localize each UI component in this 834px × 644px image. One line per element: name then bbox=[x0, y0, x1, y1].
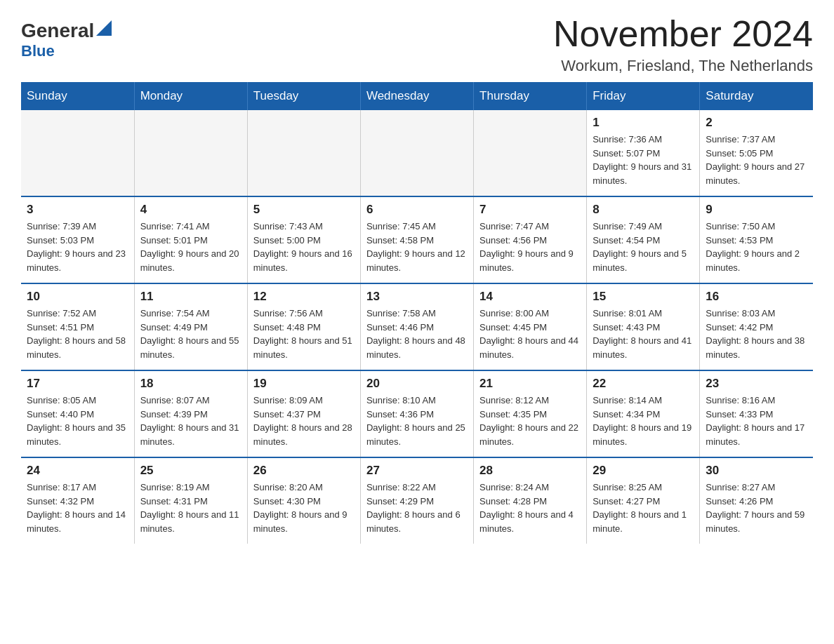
day-info: Sunrise: 8:16 AM Sunset: 4:33 PM Dayligh… bbox=[706, 394, 807, 448]
table-row: 10Sunrise: 7:52 AM Sunset: 4:51 PM Dayli… bbox=[21, 283, 134, 370]
day-number: 23 bbox=[706, 377, 807, 391]
day-number: 1 bbox=[593, 116, 694, 130]
day-info: Sunrise: 7:56 AM Sunset: 4:48 PM Dayligh… bbox=[253, 307, 355, 361]
table-row bbox=[134, 110, 247, 196]
table-row: 8Sunrise: 7:49 AM Sunset: 4:54 PM Daylig… bbox=[587, 196, 700, 283]
day-info: Sunrise: 7:49 AM Sunset: 4:54 PM Dayligh… bbox=[593, 220, 694, 274]
table-row: 27Sunrise: 8:22 AM Sunset: 4:29 PM Dayli… bbox=[360, 457, 473, 544]
table-row: 7Sunrise: 7:47 AM Sunset: 4:56 PM Daylig… bbox=[474, 196, 587, 283]
day-info: Sunrise: 7:58 AM Sunset: 4:46 PM Dayligh… bbox=[366, 307, 468, 361]
day-info: Sunrise: 7:41 AM Sunset: 5:01 PM Dayligh… bbox=[140, 220, 241, 274]
table-row bbox=[21, 110, 134, 196]
calendar-week-row: 1Sunrise: 7:36 AM Sunset: 5:07 PM Daylig… bbox=[21, 110, 813, 196]
table-row: 11Sunrise: 7:54 AM Sunset: 4:49 PM Dayli… bbox=[134, 283, 247, 370]
table-row: 15Sunrise: 8:01 AM Sunset: 4:43 PM Dayli… bbox=[587, 283, 700, 370]
day-number: 8 bbox=[593, 203, 694, 217]
day-number: 14 bbox=[479, 290, 581, 304]
day-info: Sunrise: 7:43 AM Sunset: 5:00 PM Dayligh… bbox=[253, 220, 355, 274]
day-number: 7 bbox=[479, 203, 581, 217]
calendar-week-row: 3Sunrise: 7:39 AM Sunset: 5:03 PM Daylig… bbox=[21, 196, 813, 283]
title-area: November 2024 Workum, Friesland, The Net… bbox=[553, 14, 813, 75]
table-row: 1Sunrise: 7:36 AM Sunset: 5:07 PM Daylig… bbox=[587, 110, 700, 196]
day-info: Sunrise: 8:03 AM Sunset: 4:42 PM Dayligh… bbox=[706, 307, 807, 361]
svg-marker-0 bbox=[96, 20, 112, 36]
day-number: 4 bbox=[140, 203, 241, 217]
table-row: 13Sunrise: 7:58 AM Sunset: 4:46 PM Dayli… bbox=[360, 283, 473, 370]
day-number: 26 bbox=[253, 464, 355, 478]
day-number: 9 bbox=[706, 203, 807, 217]
calendar-title: November 2024 bbox=[553, 14, 813, 54]
col-tuesday: Tuesday bbox=[247, 82, 360, 110]
day-info: Sunrise: 7:36 AM Sunset: 5:07 PM Dayligh… bbox=[593, 133, 694, 187]
day-info: Sunrise: 8:10 AM Sunset: 4:36 PM Dayligh… bbox=[366, 394, 468, 448]
day-info: Sunrise: 8:14 AM Sunset: 4:34 PM Dayligh… bbox=[593, 394, 694, 448]
day-number: 19 bbox=[253, 377, 355, 391]
day-info: Sunrise: 7:37 AM Sunset: 5:05 PM Dayligh… bbox=[706, 133, 807, 187]
calendar-table: Sunday Monday Tuesday Wednesday Thursday… bbox=[21, 82, 813, 544]
day-info: Sunrise: 8:05 AM Sunset: 4:40 PM Dayligh… bbox=[27, 394, 128, 448]
table-row bbox=[474, 110, 587, 196]
table-row: 5Sunrise: 7:43 AM Sunset: 5:00 PM Daylig… bbox=[247, 196, 360, 283]
table-row bbox=[247, 110, 360, 196]
day-number: 27 bbox=[366, 464, 468, 478]
day-number: 17 bbox=[27, 377, 128, 391]
day-info: Sunrise: 8:12 AM Sunset: 4:35 PM Dayligh… bbox=[479, 394, 581, 448]
day-number: 22 bbox=[593, 377, 694, 391]
calendar-subtitle: Workum, Friesland, The Netherlands bbox=[553, 57, 813, 75]
day-number: 5 bbox=[253, 203, 355, 217]
logo-blue-text: Blue bbox=[21, 42, 55, 60]
table-row bbox=[360, 110, 473, 196]
day-info: Sunrise: 8:00 AM Sunset: 4:45 PM Dayligh… bbox=[479, 307, 581, 361]
day-number: 25 bbox=[140, 464, 241, 478]
day-info: Sunrise: 7:52 AM Sunset: 4:51 PM Dayligh… bbox=[27, 307, 128, 361]
day-info: Sunrise: 8:24 AM Sunset: 4:28 PM Dayligh… bbox=[479, 481, 581, 535]
day-info: Sunrise: 7:45 AM Sunset: 4:58 PM Dayligh… bbox=[366, 220, 468, 274]
day-number: 24 bbox=[27, 464, 128, 478]
table-row: 28Sunrise: 8:24 AM Sunset: 4:28 PM Dayli… bbox=[474, 457, 587, 544]
day-info: Sunrise: 8:01 AM Sunset: 4:43 PM Dayligh… bbox=[593, 307, 694, 361]
table-row: 9Sunrise: 7:50 AM Sunset: 4:53 PM Daylig… bbox=[700, 196, 813, 283]
table-row: 14Sunrise: 8:00 AM Sunset: 4:45 PM Dayli… bbox=[474, 283, 587, 370]
table-row: 23Sunrise: 8:16 AM Sunset: 4:33 PM Dayli… bbox=[700, 370, 813, 457]
day-number: 11 bbox=[140, 290, 241, 304]
day-info: Sunrise: 8:09 AM Sunset: 4:37 PM Dayligh… bbox=[253, 394, 355, 448]
day-number: 29 bbox=[593, 464, 694, 478]
table-row: 3Sunrise: 7:39 AM Sunset: 5:03 PM Daylig… bbox=[21, 196, 134, 283]
day-number: 20 bbox=[366, 377, 468, 391]
day-info: Sunrise: 8:20 AM Sunset: 4:30 PM Dayligh… bbox=[253, 481, 355, 535]
day-info: Sunrise: 7:47 AM Sunset: 4:56 PM Dayligh… bbox=[479, 220, 581, 274]
calendar-week-row: 24Sunrise: 8:17 AM Sunset: 4:32 PM Dayli… bbox=[21, 457, 813, 544]
table-row: 24Sunrise: 8:17 AM Sunset: 4:32 PM Dayli… bbox=[21, 457, 134, 544]
table-row: 18Sunrise: 8:07 AM Sunset: 4:39 PM Dayli… bbox=[134, 370, 247, 457]
table-row: 30Sunrise: 8:27 AM Sunset: 4:26 PM Dayli… bbox=[700, 457, 813, 544]
page-header: General Blue November 2024 Workum, Fries… bbox=[21, 14, 813, 75]
logo: General Blue bbox=[21, 14, 112, 60]
col-friday: Friday bbox=[587, 82, 700, 110]
day-number: 28 bbox=[479, 464, 581, 478]
table-row: 2Sunrise: 7:37 AM Sunset: 5:05 PM Daylig… bbox=[700, 110, 813, 196]
table-row: 20Sunrise: 8:10 AM Sunset: 4:36 PM Dayli… bbox=[360, 370, 473, 457]
table-row: 25Sunrise: 8:19 AM Sunset: 4:31 PM Dayli… bbox=[134, 457, 247, 544]
day-number: 30 bbox=[706, 464, 807, 478]
col-saturday: Saturday bbox=[700, 82, 813, 110]
table-row: 6Sunrise: 7:45 AM Sunset: 4:58 PM Daylig… bbox=[360, 196, 473, 283]
day-number: 16 bbox=[706, 290, 807, 304]
day-info: Sunrise: 8:07 AM Sunset: 4:39 PM Dayligh… bbox=[140, 394, 241, 448]
day-number: 6 bbox=[366, 203, 468, 217]
calendar-header-row: Sunday Monday Tuesday Wednesday Thursday… bbox=[21, 82, 813, 110]
day-info: Sunrise: 7:50 AM Sunset: 4:53 PM Dayligh… bbox=[706, 220, 807, 274]
col-sunday: Sunday bbox=[21, 82, 134, 110]
day-info: Sunrise: 7:54 AM Sunset: 4:49 PM Dayligh… bbox=[140, 307, 241, 361]
table-row: 17Sunrise: 8:05 AM Sunset: 4:40 PM Dayli… bbox=[21, 370, 134, 457]
day-info: Sunrise: 8:27 AM Sunset: 4:26 PM Dayligh… bbox=[706, 481, 807, 535]
col-monday: Monday bbox=[134, 82, 247, 110]
day-info: Sunrise: 8:25 AM Sunset: 4:27 PM Dayligh… bbox=[593, 481, 694, 535]
table-row: 4Sunrise: 7:41 AM Sunset: 5:01 PM Daylig… bbox=[134, 196, 247, 283]
day-info: Sunrise: 8:19 AM Sunset: 4:31 PM Dayligh… bbox=[140, 481, 241, 535]
calendar-week-row: 10Sunrise: 7:52 AM Sunset: 4:51 PM Dayli… bbox=[21, 283, 813, 370]
day-number: 13 bbox=[366, 290, 468, 304]
table-row: 22Sunrise: 8:14 AM Sunset: 4:34 PM Dayli… bbox=[587, 370, 700, 457]
day-info: Sunrise: 7:39 AM Sunset: 5:03 PM Dayligh… bbox=[27, 220, 128, 274]
day-number: 15 bbox=[593, 290, 694, 304]
table-row: 19Sunrise: 8:09 AM Sunset: 4:37 PM Dayli… bbox=[247, 370, 360, 457]
